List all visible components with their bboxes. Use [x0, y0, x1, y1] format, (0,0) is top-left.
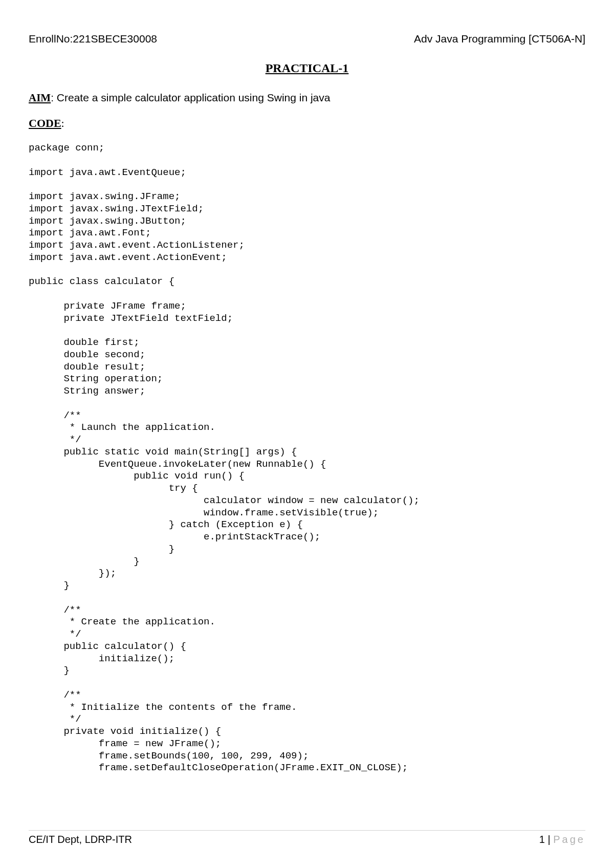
aim-section: AIM: Create a simple calculator applicat… — [29, 92, 585, 104]
code-block: package conn; import java.awt.EventQueue… — [29, 142, 585, 774]
footer-left: CE/IT Dept, LDRP-ITR — [29, 834, 132, 845]
header-right: Adv Java Programming [CT506A-N] — [414, 33, 585, 45]
aim-text: : Create a simple calculator application… — [51, 92, 330, 103]
page-sep: | — [545, 834, 553, 845]
page-title: PRACTICAL-1 — [29, 61, 585, 75]
code-label-colon: : — [61, 117, 64, 129]
page-number: 1 — [539, 834, 545, 845]
footer: CE/IT Dept, LDRP-ITR 1 | Page — [29, 830, 585, 845]
aim-label: AIM — [29, 92, 51, 104]
page-word: Page — [553, 834, 585, 845]
code-label: CODE — [29, 117, 61, 129]
footer-right: 1 | Page — [539, 834, 585, 845]
header-left: EnrollNo:221SBECE30008 — [29, 33, 157, 45]
header: EnrollNo:221SBECE30008 Adv Java Programm… — [29, 33, 585, 45]
code-heading: CODE: — [29, 117, 585, 130]
